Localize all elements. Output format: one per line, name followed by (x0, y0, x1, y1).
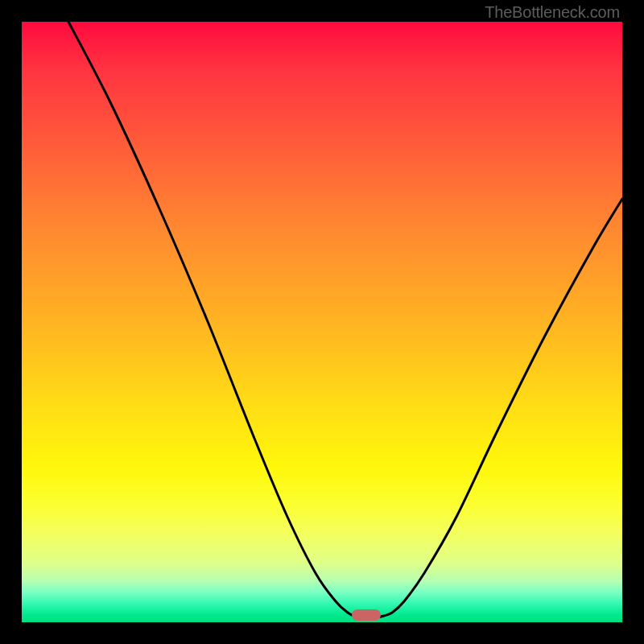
attribution-text: TheBottleneck.com (485, 3, 620, 22)
chart-frame: TheBottleneck.com (0, 0, 644, 644)
curve-path (68, 22, 622, 617)
plot-area (22, 22, 622, 622)
optimal-marker (352, 609, 381, 621)
bottleneck-curve (22, 22, 622, 622)
